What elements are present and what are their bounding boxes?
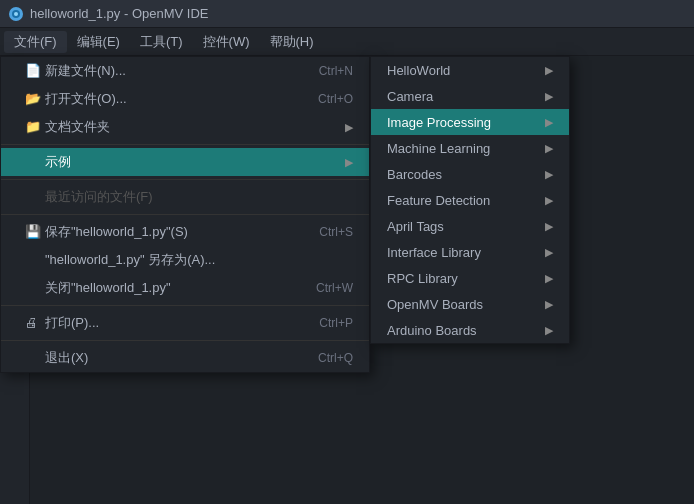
menu-tools[interactable]: 工具(T) — [130, 31, 193, 53]
window-title: helloworld_1.py - OpenMV IDE — [30, 6, 208, 21]
menu-close[interactable]: 关闭"helloworld_1.py" Ctrl+W — [1, 274, 369, 302]
menu-bar[interactable]: 文件(F) 编辑(E) 工具(T) 控件(W) 帮助(H) — [0, 28, 694, 56]
separator-3 — [1, 214, 369, 215]
menu-controls[interactable]: 控件(W) — [193, 31, 260, 53]
submenu-camera[interactable]: Camera ▶ — [371, 83, 569, 109]
separator-4 — [1, 305, 369, 306]
menu-exit[interactable]: 退出(X) Ctrl+Q — [1, 344, 369, 372]
file-menu-dropdown: 📄新建文件(N)... Ctrl+N 📂打开文件(O)... Ctrl+O 📁文… — [0, 56, 370, 373]
submenu-machine-learning[interactable]: Machine Learning ▶ — [371, 135, 569, 161]
menu-open-file[interactable]: 📂打开文件(O)... Ctrl+O — [1, 85, 369, 113]
separator-2 — [1, 179, 369, 180]
menu-examples[interactable]: 示例 ▶ — [1, 148, 369, 176]
menu-file[interactable]: 文件(F) — [4, 31, 67, 53]
submenu-april-tags[interactable]: April Tags ▶ — [371, 213, 569, 239]
menu-new-file[interactable]: 📄新建文件(N)... Ctrl+N — [1, 57, 369, 85]
title-bar: helloworld_1.py - OpenMV IDE — [0, 0, 694, 28]
menu-recent-files: 最近访问的文件(F) — [1, 183, 369, 211]
menu-save[interactable]: 💾保存"helloworld_1.py"(S) Ctrl+S — [1, 218, 369, 246]
app-logo-icon — [8, 6, 24, 22]
submenu-rpc-library[interactable]: RPC Library ▶ — [371, 265, 569, 291]
separator-1 — [1, 144, 369, 145]
submenu-barcodes[interactable]: Barcodes ▶ — [371, 161, 569, 187]
svg-point-2 — [14, 12, 18, 16]
separator-5 — [1, 340, 369, 341]
submenu-feature-detection[interactable]: Feature Detection ▶ — [371, 187, 569, 213]
example-submenu: HelloWorld ▶ Camera ▶ Image Processing ▶… — [370, 56, 570, 344]
menu-save-as[interactable]: "helloworld_1.py" 另存为(A)... — [1, 246, 369, 274]
submenu-image-processing[interactable]: Image Processing ▶ — [371, 109, 569, 135]
submenu-interface-library[interactable]: Interface Library ▶ — [371, 239, 569, 265]
menu-doc-folder[interactable]: 📁文档文件夹 ▶ — [1, 113, 369, 141]
menu-print[interactable]: 🖨打印(P)... Ctrl+P — [1, 309, 369, 337]
menu-edit[interactable]: 编辑(E) — [67, 31, 130, 53]
submenu-helloworld[interactable]: HelloWorld ▶ — [371, 57, 569, 83]
submenu-openmv-boards[interactable]: OpenMV Boards ▶ — [371, 291, 569, 317]
menu-help[interactable]: 帮助(H) — [260, 31, 324, 53]
submenu-arduino-boards[interactable]: Arduino Boards ▶ — [371, 317, 569, 343]
